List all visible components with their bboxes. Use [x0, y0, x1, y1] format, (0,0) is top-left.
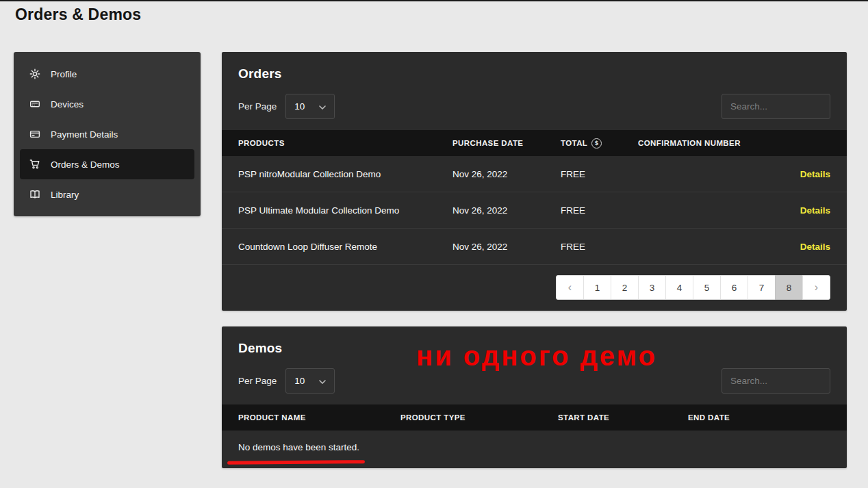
- orders-pagination: ‹ 1 2 3 4 5 6 7 8 ›: [222, 265, 847, 311]
- demos-table-header: PRODUCT NAME PRODUCT TYPE START DATE END…: [222, 404, 847, 431]
- sidebar-item-label: Profile: [51, 69, 77, 79]
- column-product-name: PRODUCT NAME: [238, 413, 400, 422]
- gear-icon: [29, 68, 40, 79]
- per-page-label: Per Page: [238, 376, 277, 386]
- sidebar-item-label: Library: [51, 190, 79, 200]
- pagination-page-button[interactable]: 1: [583, 275, 611, 300]
- details-link[interactable]: Details: [800, 205, 830, 216]
- cell-purchase-date: Nov 26, 2022: [452, 205, 561, 216]
- demos-per-page-select[interactable]: 10: [285, 368, 335, 394]
- pagination-page-button[interactable]: 4: [665, 275, 693, 300]
- chevron-down-icon: [319, 376, 326, 386]
- sidebar-item-orders-demos[interactable]: Orders & Demos: [20, 149, 194, 179]
- orders-search-input[interactable]: [722, 94, 830, 119]
- column-product-type: PRODUCT TYPE: [400, 413, 558, 422]
- sidebar-item-label: Payment Details: [51, 129, 118, 140]
- cell-total: FREE: [561, 242, 638, 252]
- pagination-next-button[interactable]: ›: [802, 275, 830, 300]
- orders-controls: Per Page 10: [222, 81, 847, 130]
- sidebar-item-library[interactable]: Library: [20, 179, 194, 209]
- table-row: Countdown Loop Diffuser Remote Nov 26, 2…: [222, 229, 847, 265]
- table-row: PSP Ultimate Modular Collection Demo Nov…: [222, 192, 847, 229]
- cell-total: FREE: [561, 205, 638, 216]
- credit-card-icon: [29, 129, 40, 140]
- cell-product: Countdown Loop Diffuser Remote: [238, 242, 452, 252]
- column-purchase-date: PURCHASE DATE: [452, 139, 561, 147]
- pagination-page-button[interactable]: 7: [748, 275, 776, 300]
- cell-product: PSP Ultimate Modular Collection Demo: [238, 205, 452, 216]
- column-start-date: START DATE: [558, 413, 688, 422]
- annotation-demos-note: ни одного демо: [416, 341, 657, 372]
- page-title: Orders & Demos: [15, 5, 141, 24]
- sidebar-item-profile[interactable]: Profile: [20, 59, 194, 89]
- pagination-page-button[interactable]: 3: [638, 275, 666, 300]
- pagination-page-button[interactable]: 6: [720, 275, 748, 300]
- cell-product: PSP nitroModular Collection Demo: [238, 169, 452, 179]
- sidebar-item-payment-details[interactable]: Payment Details: [20, 119, 194, 149]
- orders-table-header: PRODUCTS PURCHASE DATE TOTAL$ CONFIRMATI…: [222, 130, 847, 156]
- orders-panel: Orders Per Page 10 PRODUCTS PURCHASE DAT…: [222, 52, 847, 311]
- column-end-date: END DATE: [688, 413, 830, 422]
- cell-purchase-date: Nov 26, 2022: [452, 242, 561, 252]
- column-confirmation-number: CONFIRMATION NUMBER: [638, 139, 767, 147]
- cell-total: FREE: [561, 169, 638, 179]
- cell-purchase-date: Nov 26, 2022: [452, 169, 561, 179]
- per-page-label: Per Page: [238, 101, 277, 112]
- shopping-cart-icon: [29, 159, 40, 170]
- details-link[interactable]: Details: [800, 169, 830, 179]
- orders-per-page-select[interactable]: 10: [285, 94, 335, 119]
- orders-title: Orders: [222, 52, 847, 81]
- pagination-prev-button[interactable]: ‹: [556, 275, 584, 300]
- sidebar-item-devices[interactable]: Devices: [20, 89, 194, 119]
- book-icon: [29, 189, 40, 200]
- column-total: TOTAL$: [561, 138, 638, 149]
- device-icon: [29, 99, 40, 110]
- chevron-down-icon: [319, 101, 326, 112]
- sidebar-item-label: Devices: [51, 99, 84, 110]
- window-top-border: [0, 0, 868, 1]
- pagination-page-button-active[interactable]: 8: [775, 275, 803, 300]
- dollar-circle-icon: $: [591, 138, 602, 149]
- pagination-page-button[interactable]: 5: [693, 275, 721, 300]
- pagination-page-button[interactable]: 2: [611, 275, 639, 300]
- per-page-value: 10: [294, 376, 305, 386]
- page-header: Orders & Demos: [15, 5, 141, 24]
- column-products: PRODUCTS: [238, 139, 452, 147]
- demos-empty-message: No demos have been started.: [222, 431, 847, 464]
- demos-search-input[interactable]: [722, 368, 830, 394]
- details-link[interactable]: Details: [800, 242, 830, 252]
- table-row: PSP nitroModular Collection Demo Nov 26,…: [222, 156, 847, 192]
- sidebar-item-label: Orders & Demos: [51, 159, 120, 170]
- sidebar: Profile Devices Payment Details Orders &…: [14, 52, 201, 216]
- per-page-value: 10: [294, 101, 305, 112]
